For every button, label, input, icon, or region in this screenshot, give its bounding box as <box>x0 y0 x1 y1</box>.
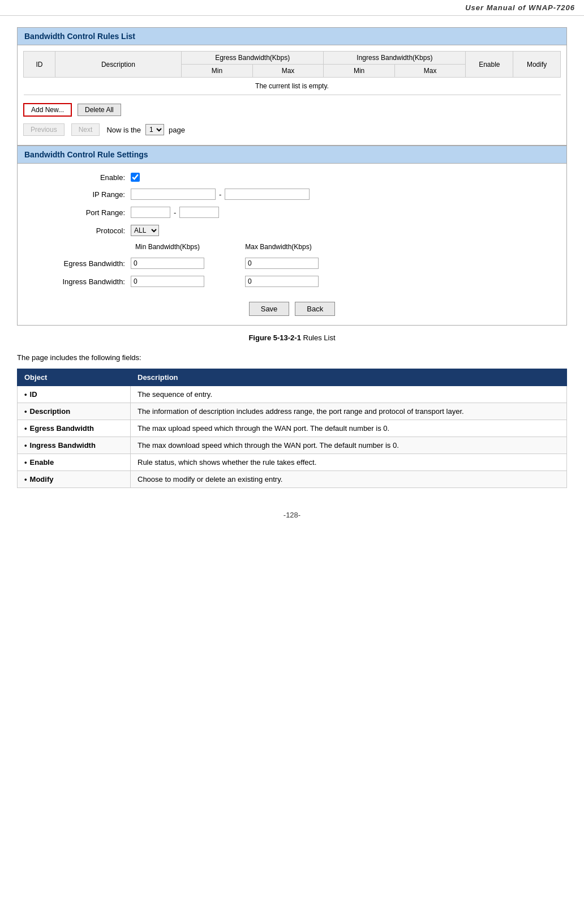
bandwidth-control-list-panel: Bandwidth Control Rules List ID Descript… <box>17 27 567 146</box>
row-object: •Enable <box>18 454 131 471</box>
action-row: Add New... Delete All <box>23 100 561 120</box>
col-header-egress-min: Min <box>182 65 253 78</box>
back-button[interactable]: Back <box>295 302 335 316</box>
header-title: User Manual of WNAP-7206 <box>465 3 575 12</box>
bandwidth-control-settings-panel: Bandwidth Control Rule Settings Enable: … <box>17 146 567 326</box>
row-description: The sequence of entry. <box>131 386 567 403</box>
ingress-label: Ingress Bandwidth: <box>29 277 131 286</box>
ip-range-end[interactable] <box>225 189 310 200</box>
table-row: •EnableRule status, which shows whether … <box>18 454 567 471</box>
egress-bandwidth-row: Egress Bandwidth: <box>29 258 555 269</box>
ingress-max-input[interactable] <box>245 276 319 287</box>
port-range-separator: - <box>174 208 176 217</box>
empty-message: The current list is empty. <box>24 78 561 95</box>
list-panel-header: Bandwidth Control Rules List <box>18 28 566 45</box>
port-range-end[interactable] <box>179 207 219 218</box>
ingress-field <box>131 276 319 287</box>
row-object: •Ingress Bandwidth <box>18 437 131 454</box>
settings-panel-title: Bandwidth Control Rule Settings <box>24 150 148 159</box>
description-intro: The page includes the following fields: <box>17 353 567 362</box>
port-range-start[interactable] <box>131 207 170 218</box>
desc-table-header-description: Description <box>131 369 567 386</box>
protocol-row: Protocol: ALL TCP UDP <box>29 225 555 236</box>
col-header-ingress: Ingress Bandwidth(Kbps) <box>324 52 466 65</box>
page-select[interactable]: 1 <box>145 124 164 135</box>
add-new-button[interactable]: Add New... <box>23 103 72 117</box>
ip-range-field: - <box>131 189 310 200</box>
egress-label: Egress Bandwidth: <box>29 259 131 268</box>
ip-range-start[interactable] <box>131 189 216 200</box>
table-row: •IDThe sequence of entry. <box>18 386 567 403</box>
table-row: •Ingress BandwidthThe max download speed… <box>18 437 567 454</box>
port-range-row: Port Range: - <box>29 207 555 218</box>
ip-range-row: IP Range: - <box>29 189 555 200</box>
enable-checkbox[interactable] <box>131 173 140 182</box>
settings-body: Enable: IP Range: - Port Range: <box>18 164 566 325</box>
egress-max-input[interactable] <box>245 258 319 269</box>
ip-range-label: IP Range: <box>29 190 131 199</box>
egress-field <box>131 258 319 269</box>
col-header-description: Description <box>55 52 181 78</box>
description-table: Object Description •IDThe sequence of en… <box>17 369 567 488</box>
next-button[interactable]: Next <box>71 123 100 136</box>
row-description: The information of description includes … <box>131 403 567 420</box>
table-row: •ModifyChoose to modify or delete an exi… <box>18 471 567 488</box>
table-row: •Egress BandwidthThe max upload speed wh… <box>18 420 567 437</box>
previous-button[interactable]: Previous <box>23 123 65 136</box>
ingress-bandwidth-row: Ingress Bandwidth: <box>29 276 555 287</box>
max-bw-header: Max Bandwidth(Kbps) <box>242 243 315 251</box>
row-description: Choose to modify or delete an existing e… <box>131 471 567 488</box>
row-object: •Modify <box>18 471 131 488</box>
rules-table: ID Description Egress Bandwidth(Kbps) In… <box>23 51 561 95</box>
port-range-label: Port Range: <box>29 208 131 217</box>
row-object: •Description <box>18 403 131 420</box>
list-panel-title: Bandwidth Control Rules List <box>24 32 135 41</box>
col-header-egress: Egress Bandwidth(Kbps) <box>182 52 324 65</box>
delete-all-button[interactable]: Delete All <box>78 104 121 116</box>
table-empty-row: The current list is empty. <box>24 78 561 95</box>
egress-min-input[interactable] <box>131 258 204 269</box>
min-bw-header: Min Bandwidth(Kbps) <box>131 243 204 251</box>
figure-text: Rules List <box>301 333 336 342</box>
page-label-prefix: Now is the <box>106 126 141 134</box>
row-object: •Egress Bandwidth <box>18 420 131 437</box>
save-button[interactable]: Save <box>249 302 290 316</box>
figure-caption: Figure 5-13-2-1 Rules List <box>17 333 567 342</box>
col-header-ingress-min: Min <box>324 65 395 78</box>
enable-label: Enable: <box>29 173 131 182</box>
enable-row: Enable: <box>29 173 555 182</box>
protocol-label: Protocol: <box>29 226 131 235</box>
pagination-row: Previous Next Now is the 1 page <box>23 120 561 139</box>
desc-table-header-object: Object <box>18 369 131 386</box>
row-description: The max download speed which through the… <box>131 437 567 454</box>
col-header-enable: Enable <box>466 52 513 78</box>
port-range-field: - <box>131 207 219 218</box>
figure-bold: Figure 5-13-2-1 <box>248 333 300 342</box>
list-panel-body: ID Description Egress Bandwidth(Kbps) In… <box>18 45 566 145</box>
settings-panel-header: Bandwidth Control Rule Settings <box>18 146 566 164</box>
enable-field <box>131 173 140 182</box>
protocol-field: ALL TCP UDP <box>131 225 159 236</box>
col-header-modify: Modify <box>513 52 561 78</box>
protocol-select[interactable]: ALL TCP UDP <box>131 225 159 236</box>
page-header: User Manual of WNAP-7206 <box>0 0 584 16</box>
col-header-id: ID <box>24 52 55 78</box>
col-header-ingress-max: Max <box>394 65 466 78</box>
page-number: -128- <box>17 511 567 519</box>
ip-range-separator: - <box>219 190 221 199</box>
row-description: Rule status, which shows whether the rul… <box>131 454 567 471</box>
page-label-suffix: page <box>169 126 185 134</box>
col-header-egress-max: Max <box>252 65 324 78</box>
row-description: The max upload speed which through the W… <box>131 420 567 437</box>
row-object: •ID <box>18 386 131 403</box>
table-row: •DescriptionThe information of descripti… <box>18 403 567 420</box>
save-row: Save Back <box>29 296 555 316</box>
ingress-min-input[interactable] <box>131 276 204 287</box>
bw-header-row: Min Bandwidth(Kbps) Max Bandwidth(Kbps) <box>29 243 555 251</box>
